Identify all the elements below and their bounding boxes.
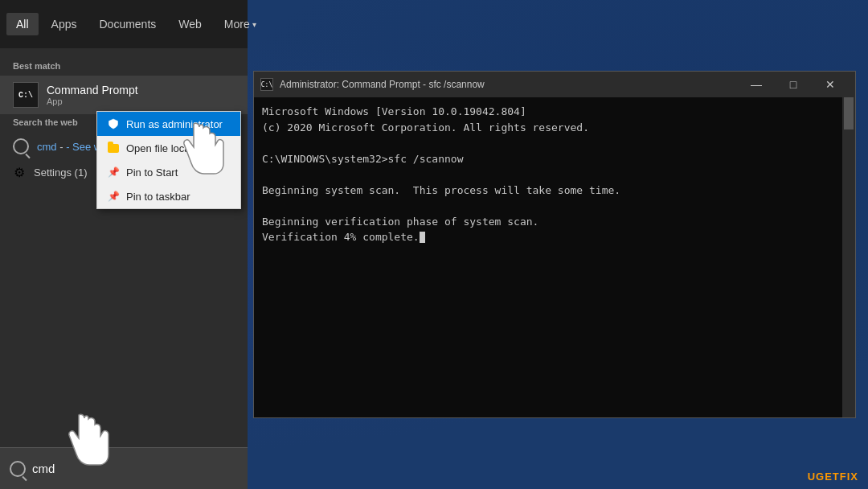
shield-icon [107, 117, 120, 130]
nav-tabs: All Apps Documents Web More [0, 0, 248, 48]
settings-text: Settings (1) [34, 166, 87, 179]
cursor [420, 232, 425, 243]
search-web-icon [13, 138, 29, 154]
tab-more[interactable]: More [215, 13, 266, 35]
close-button[interactable]: ✕ [812, 72, 849, 97]
result-sub: App [47, 97, 138, 106]
cmd-content: Microsoft Windows [Version 10.0.19042.80… [254, 97, 855, 417]
search-bar[interactable]: cmd [0, 447, 248, 489]
watermark: UGETFIX [808, 471, 858, 483]
search-bar-icon [10, 461, 26, 477]
pin-taskbar-icon: 📌 [107, 190, 120, 203]
settings-icon: ⚙ [13, 166, 26, 179]
tab-web[interactable]: Web [169, 13, 211, 35]
cmd-controls: — □ ✕ [738, 72, 849, 97]
best-match-label: Best match [0, 58, 248, 76]
pin-start-label: Pin to Start [126, 166, 178, 179]
pin-taskbar-item[interactable]: 📌 Pin to taskbar [97, 184, 240, 208]
watermark-suffix: FIX [840, 471, 858, 483]
watermark-prefix: UGET [808, 471, 840, 483]
command-prompt-result[interactable]: C:\ Command Prompt App [0, 76, 248, 114]
cmd-result-icon: C:\ [13, 82, 39, 108]
open-location-item[interactable]: Open file location [97, 136, 240, 160]
search-results: Best match C:\ Command Prompt App Search… [0, 48, 248, 447]
start-menu: All Apps Documents Web More Best match C… [0, 0, 248, 489]
run-as-admin-item[interactable]: Run as administrator [97, 112, 240, 136]
cmd-titlebar: C:\ Administrator: Command Prompt - sfc … [254, 72, 855, 97]
folder-icon [107, 142, 120, 154]
scrollbar-thumb[interactable] [844, 97, 854, 129]
minimize-button[interactable]: — [738, 72, 775, 97]
pin-start-icon: 📌 [107, 166, 120, 179]
maximize-button[interactable]: □ [775, 72, 812, 97]
context-menu: Run as administrator Open file location … [96, 111, 241, 209]
cmd-window: C:\ Administrator: Command Prompt - sfc … [253, 71, 856, 418]
tab-documents[interactable]: Documents [89, 13, 166, 35]
result-name: Command Prompt [47, 84, 138, 97]
open-location-label: Open file location [126, 142, 207, 154]
cmd-output: Microsoft Windows [Version 10.0.19042.80… [262, 104, 847, 245]
scrollbar[interactable] [842, 97, 855, 417]
pin-taskbar-label: Pin to taskbar [126, 191, 190, 203]
cmd-title-icon: C:\ [260, 78, 273, 91]
tab-all[interactable]: All [6, 13, 39, 35]
run-admin-label: Run as administrator [126, 118, 223, 130]
search-input[interactable]: cmd [32, 462, 55, 475]
tab-apps[interactable]: Apps [42, 13, 87, 35]
pin-start-item[interactable]: 📌 Pin to Start [97, 160, 240, 184]
cmd-title-text: Administrator: Command Prompt - sfc /sca… [280, 79, 731, 90]
